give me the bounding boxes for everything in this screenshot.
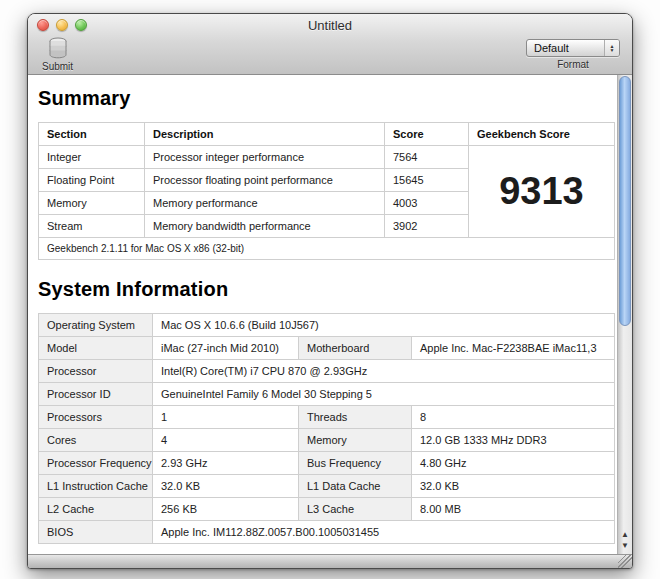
sysinfo-value: Mac OS X 10.6.6 (Build 10J567) (153, 314, 615, 337)
submit-button[interactable]: Submit (42, 36, 73, 72)
window-bottom-bar (28, 554, 632, 568)
sysinfo-label: Processor (39, 360, 153, 383)
sysinfo-label: Processors (39, 406, 153, 429)
sysinfo-value: 1 (153, 406, 299, 429)
sysinfo-row: BIOS Apple Inc. IM112.88Z.0057.B00.10050… (39, 521, 615, 544)
window-chrome: Untitled Submit Default ▲▼ Format (28, 14, 632, 75)
summary-score: 15645 (385, 169, 469, 192)
format-dropdown-value: Default (534, 42, 569, 54)
summary-description: Memory performance (145, 192, 385, 215)
summary-section: Floating Point (39, 169, 145, 192)
geekbench-window: Untitled Submit Default ▲▼ Format (27, 13, 633, 569)
sysinfo-label: Operating System (39, 314, 153, 337)
scroll-up-button[interactable]: ▲ (621, 531, 629, 539)
sysinfo-row: Model iMac (27-inch Mid 2010) Motherboar… (39, 337, 615, 360)
document-body: Summary Section Description Score Geekbe… (28, 75, 632, 554)
sysinfo-value: 8 (412, 406, 615, 429)
sysinfo-row: Operating System Mac OS X 10.6.6 (Build … (39, 314, 615, 337)
summary-section: Integer (39, 146, 145, 169)
sysinfo-value: Apple Inc. IM112.88Z.0057.B00.1005031455 (153, 521, 615, 544)
sysinfo-label: L1 Instruction Cache (39, 475, 153, 498)
resize-grip[interactable] (618, 554, 632, 568)
geekbench-score-value: 9313 (469, 146, 615, 238)
sysinfo-value: 4.80 GHz (412, 452, 615, 475)
dropdown-arrows-icon: ▲▼ (604, 40, 619, 56)
sysinfo-row: L2 Cache 256 KB L3 Cache 8.00 MB (39, 498, 615, 521)
system-information-table: Operating System Mac OS X 10.6.6 (Build … (38, 313, 615, 544)
format-group: Default ▲▼ Format (526, 39, 620, 70)
sysinfo-row: L1 Instruction Cache 32.0 KB L1 Data Cac… (39, 475, 615, 498)
sysinfo-value: 12.0 GB 1333 MHz DDR3 (412, 429, 615, 452)
sysinfo-label: L2 Cache (39, 498, 153, 521)
sysinfo-row: Processor Frequency 2.93 GHz Bus Frequen… (39, 452, 615, 475)
sysinfo-row: Processor Intel(R) Core(TM) i7 CPU 870 @… (39, 360, 615, 383)
system-information-heading: System Information (38, 278, 607, 301)
sysinfo-value: 8.00 MB (412, 498, 615, 521)
summary-col-description: Description (145, 123, 385, 146)
sysinfo-label: Model (39, 337, 153, 360)
summary-score: 3902 (385, 215, 469, 238)
summary-description: Memory bandwidth performance (145, 215, 385, 238)
summary-table: Section Description Score Geekbench Scor… (38, 122, 615, 260)
scrollbar-arrows: ▲ ▼ (618, 526, 632, 554)
format-label: Format (557, 59, 589, 70)
submit-label: Submit (42, 61, 73, 72)
database-icon (46, 36, 70, 60)
summary-score: 4003 (385, 192, 469, 215)
summary-heading: Summary (38, 87, 607, 110)
sysinfo-label: Cores (39, 429, 153, 452)
content-area: Summary Section Description Score Geekbe… (28, 75, 617, 554)
sysinfo-label: Processor Frequency (39, 452, 153, 475)
sysinfo-value: 32.0 KB (412, 475, 615, 498)
summary-section: Memory (39, 192, 145, 215)
zoom-button[interactable] (75, 19, 87, 31)
scrollbar-thumb[interactable] (619, 76, 631, 326)
sysinfo-label: BIOS (39, 521, 153, 544)
sysinfo-value: Intel(R) Core(TM) i7 CPU 870 @ 2.93GHz (153, 360, 615, 383)
sysinfo-value: Apple Inc. Mac-F2238BAE iMac11,3 (412, 337, 615, 360)
sysinfo-value: iMac (27-inch Mid 2010) (153, 337, 299, 360)
summary-description: Processor floating point performance (145, 169, 385, 192)
scroll-down-button[interactable]: ▼ (621, 542, 629, 550)
sysinfo-label: Memory (299, 429, 412, 452)
sysinfo-value: 32.0 KB (153, 475, 299, 498)
summary-footer-row: Geekbench 2.1.11 for Mac OS X x86 (32-bi… (39, 238, 615, 260)
sysinfo-value: 4 (153, 429, 299, 452)
sysinfo-label: Motherboard (299, 337, 412, 360)
sysinfo-label: L3 Cache (299, 498, 412, 521)
summary-col-score: Score (385, 123, 469, 146)
summary-section: Stream (39, 215, 145, 238)
sysinfo-label: Bus Frequency (299, 452, 412, 475)
sysinfo-row: Processors 1 Threads 8 (39, 406, 615, 429)
summary-row: Integer Processor integer performance 75… (39, 146, 615, 169)
window-title: Untitled (28, 18, 632, 33)
format-dropdown[interactable]: Default ▲▼ (526, 39, 620, 57)
geekbench-version-text: Geekbench 2.1.11 for Mac OS X x86 (32-bi… (39, 238, 615, 260)
sysinfo-value: 2.93 GHz (153, 452, 299, 475)
sysinfo-row: Cores 4 Memory 12.0 GB 1333 MHz DDR3 (39, 429, 615, 452)
summary-col-section: Section (39, 123, 145, 146)
sysinfo-label: L1 Data Cache (299, 475, 412, 498)
sysinfo-label: Threads (299, 406, 412, 429)
summary-description: Processor integer performance (145, 146, 385, 169)
summary-col-geekbench-score: Geekbench Score (469, 123, 615, 146)
minimize-button[interactable] (56, 19, 68, 31)
sysinfo-value: 256 KB (153, 498, 299, 521)
vertical-scrollbar[interactable]: ▲ ▼ (617, 75, 632, 554)
summary-header-row: Section Description Score Geekbench Scor… (39, 123, 615, 146)
toolbar: Submit Default ▲▼ Format (28, 36, 632, 74)
traffic-lights (37, 19, 87, 31)
titlebar[interactable]: Untitled (28, 14, 632, 36)
sysinfo-row: Processor ID GenuineIntel Family 6 Model… (39, 383, 615, 406)
close-button[interactable] (37, 19, 49, 31)
summary-score: 7564 (385, 146, 469, 169)
sysinfo-label: Processor ID (39, 383, 153, 406)
sysinfo-value: GenuineIntel Family 6 Model 30 Stepping … (153, 383, 615, 406)
